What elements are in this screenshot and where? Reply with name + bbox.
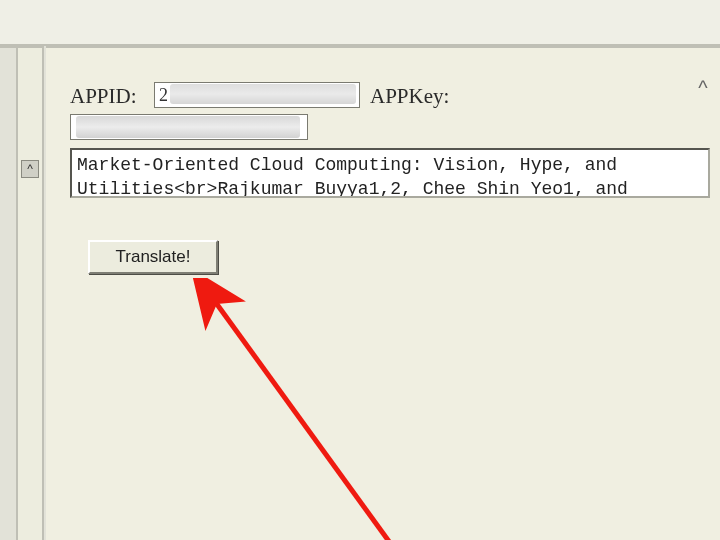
annotation-arrow-icon	[176, 278, 436, 540]
top-bar	[0, 0, 720, 46]
app-window: ^ APPID: APPKey: Market-Oriented Cloud C…	[0, 0, 720, 540]
translate-button[interactable]: Translate!	[88, 240, 218, 274]
svg-line-0	[211, 296, 401, 540]
appkey-label: APPKey:	[370, 84, 449, 109]
left-panel: ^	[16, 46, 44, 540]
chevron-up-icon[interactable]: ^	[692, 78, 714, 100]
text-line: Market-Oriented Cloud Computing: Vision,…	[77, 153, 703, 177]
appkey-input[interactable]	[70, 114, 308, 140]
main-panel: APPID: APPKey: Market-Oriented Cloud Com…	[46, 46, 720, 540]
text-line: Utilities<br>Rajkumar Buyya1,2, Chee Shi…	[77, 177, 703, 198]
appkey-row	[70, 114, 308, 142]
appid-input[interactable]	[154, 82, 360, 108]
appid-label: APPID:	[70, 84, 137, 109]
source-text-area[interactable]: Market-Oriented Cloud Computing: Vision,…	[70, 148, 710, 198]
chevron-up-icon[interactable]: ^	[21, 160, 39, 178]
left-gutter	[0, 46, 16, 540]
